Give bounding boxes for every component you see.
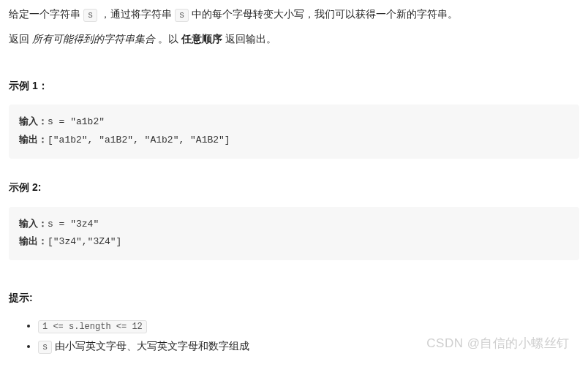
- inline-code-s: s: [175, 9, 189, 22]
- constraint-text: 由小写英文字母、大写英文字母和数字组成: [52, 340, 249, 352]
- output-value: ["3z4","3Z4"]: [48, 236, 121, 247]
- intro-text: 返回: [9, 33, 32, 45]
- intro-bold: 任意顺序: [181, 33, 222, 45]
- hints-list: 1 <= s.length <= 12 s 由小写英文字母、大写英文字母和数字组…: [9, 317, 579, 355]
- output-value: ["a1b2", "a1B2", "A1b2", "A1B2"]: [48, 135, 230, 145]
- example-2-block: 输入：s = "3z4" 输出：["3z4","3Z4"]: [9, 207, 579, 260]
- intro-text: 给定一个字符串: [9, 8, 83, 20]
- constraint-code: s: [38, 341, 52, 354]
- input-value: s = "3z4": [48, 219, 99, 230]
- input-label: 输入：: [19, 219, 48, 230]
- intro-text: ，通过将字符串: [100, 8, 175, 20]
- input-label: 输入：: [19, 116, 48, 127]
- intro-paragraph-1: 给定一个字符串 s ，通过将字符串 s 中的每个字母转变大小写，我们可以获得一个…: [9, 6, 579, 23]
- example-2-heading: 示例 2:: [9, 179, 579, 197]
- intro-text: 中的每个字母转变大小写，我们可以获得一个新的字符串。: [192, 8, 458, 20]
- example-1-heading: 示例 1：: [9, 77, 579, 95]
- list-item: 1 <= s.length <= 12: [38, 317, 579, 335]
- list-item: s 由小写英文字母、大写英文字母和数字组成: [38, 338, 579, 355]
- intro-text: 。以: [158, 33, 181, 45]
- intro-paragraph-2: 返回 所有可能得到的字符串集合 。以 任意顺序 返回输出。: [9, 31, 579, 48]
- output-label: 输出：: [19, 135, 48, 145]
- inline-code-s: s: [83, 9, 97, 22]
- input-value: s = "a1b2": [48, 116, 105, 127]
- example-1-block: 输入：s = "a1b2" 输出：["a1b2", "a1B2", "A1b2"…: [9, 105, 579, 158]
- constraint-code: 1 <= s.length <= 12: [38, 320, 147, 333]
- output-label: 输出：: [19, 236, 48, 247]
- intro-text: 返回输出。: [225, 33, 276, 45]
- intro-italic: 所有可能得到的字符串集合: [32, 33, 155, 45]
- hints-heading: 提示:: [9, 290, 579, 307]
